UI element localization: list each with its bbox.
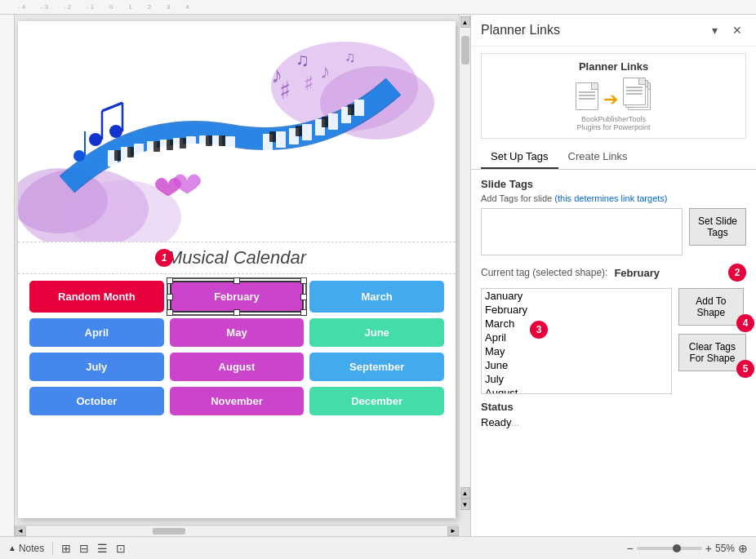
- banner-title: Planner Links: [579, 60, 648, 73]
- slide-view-icon[interactable]: ⊞: [61, 542, 71, 555]
- add-to-shape-wrapper: Add ToShape 4: [678, 288, 746, 326]
- svg-text:♯: ♯: [304, 71, 314, 95]
- svg-rect-21: [219, 135, 225, 146]
- svg-line-38: [102, 103, 122, 111]
- slide-grid-icon[interactable]: ⊟: [79, 542, 89, 555]
- svg-point-34: [89, 133, 102, 146]
- svg-rect-27: [328, 113, 338, 130]
- svg-rect-15: [114, 150, 121, 161]
- panel-tabs: Set Up Tags Create Links: [471, 145, 756, 170]
- scroll-left-arrow[interactable]: ◄: [15, 526, 26, 536]
- zoom-plus-button[interactable]: +: [705, 542, 712, 555]
- svg-rect-18: [167, 140, 173, 150]
- month-july[interactable]: July: [29, 353, 164, 381]
- svg-rect-23: [276, 131, 286, 148]
- step-badge-2: 2: [728, 264, 746, 282]
- music-illustration: ♪ ♫ ♪ ♫ ♯ ♯: [18, 21, 456, 242]
- month-december[interactable]: December: [309, 387, 444, 415]
- scroll-arrow-mid1[interactable]: ▲: [460, 487, 470, 499]
- notes-label: Notes: [19, 543, 44, 554]
- tag-august[interactable]: August: [482, 386, 671, 394]
- status-label: Status: [481, 401, 746, 413]
- slide-tags-input[interactable]: [481, 208, 683, 255]
- svg-point-36: [109, 125, 122, 138]
- month-february[interactable]: February: [170, 281, 305, 313]
- svg-rect-25: [302, 124, 312, 140]
- tag-april[interactable]: April: [482, 331, 671, 344]
- slide-tags-row: Set SlideTags: [481, 208, 746, 255]
- svg-rect-32: [322, 117, 328, 127]
- tag-february[interactable]: February: [482, 303, 671, 317]
- month-may[interactable]: May: [170, 318, 305, 347]
- svg-rect-19: [180, 138, 186, 149]
- scroll-up-arrow[interactable]: ▲: [460, 16, 470, 28]
- month-october[interactable]: October: [29, 387, 164, 415]
- month-june[interactable]: June: [309, 318, 444, 347]
- doc-icon-1: [576, 82, 598, 110]
- zoom-slider-thumb[interactable]: [673, 544, 681, 552]
- svg-rect-30: [269, 131, 276, 142]
- month-september[interactable]: September: [309, 353, 444, 381]
- month-random[interactable]: Random Month: [29, 281, 164, 313]
- tag-july[interactable]: July: [482, 372, 671, 386]
- panel-title: Planner Links: [481, 23, 560, 38]
- svg-text:♫: ♫: [345, 49, 356, 65]
- step-badge-3: 3: [530, 321, 548, 339]
- slide-list-icon[interactable]: ☰: [97, 542, 108, 555]
- scroll-bar-horizontal[interactable]: ◄ ►: [15, 525, 459, 536]
- add-to-shape-button[interactable]: Add ToShape: [678, 288, 744, 326]
- tags-listbox[interactable]: January February March April May June Ju…: [481, 288, 672, 394]
- zoom-minus-button[interactable]: −: [627, 542, 634, 555]
- zoom-controls: − + 55% ⊕: [627, 542, 748, 555]
- svg-rect-17: [153, 141, 160, 152]
- scroll-down-arrow[interactable]: ▼: [460, 499, 470, 510]
- slide-tags-desc: Add Tags for slide (this determines link…: [481, 193, 746, 203]
- current-tag-label: Current tag (selected shape):: [481, 267, 607, 278]
- month-march[interactable]: March: [309, 281, 444, 313]
- set-slide-tags-button[interactable]: Set SlideTags: [689, 208, 746, 246]
- ruler-horizontal: -4 -3 -2 -1 0 1 2 3 4: [0, 0, 756, 15]
- tag-january[interactable]: January: [482, 289, 671, 303]
- month-november[interactable]: November: [170, 387, 305, 415]
- svg-text:♯: ♯: [279, 77, 291, 104]
- panel-minimize-button[interactable]: ▾: [705, 21, 723, 39]
- calendar-grid: Random Month February March April May: [18, 274, 456, 422]
- slide-tags-label: Slide Tags: [481, 178, 746, 190]
- ruler-vertical: [0, 15, 15, 536]
- step-badge-1: 1: [155, 249, 173, 267]
- svg-point-39: [73, 150, 85, 162]
- month-april[interactable]: April: [29, 318, 164, 347]
- current-tag-value: February: [614, 267, 660, 279]
- tags-actions: Add ToShape 4 Clear TagsFor Shape 5: [678, 288, 746, 371]
- scroll-thumb-h[interactable]: [153, 528, 185, 535]
- svg-rect-14: [225, 136, 235, 153]
- arrow-icon: ➔: [603, 89, 618, 110]
- panel-close-button[interactable]: ✕: [728, 21, 746, 39]
- svg-rect-20: [206, 135, 212, 146]
- status-section: Status Ready...: [481, 401, 746, 428]
- tab-setup-tags[interactable]: Set Up Tags: [481, 145, 558, 169]
- month-august[interactable]: August: [170, 353, 305, 381]
- svg-rect-29: [354, 100, 364, 116]
- fit-page-icon[interactable]: ⊕: [738, 542, 748, 555]
- tab-create-links[interactable]: Create Links: [558, 145, 638, 169]
- svg-rect-31: [296, 126, 302, 136]
- scroll-thumb-v[interactable]: [461, 36, 469, 64]
- presenter-icon[interactable]: ⊡: [116, 542, 126, 555]
- divider-1: [52, 542, 53, 555]
- banner-subtitle: BookPublisherToolsPlugins for Powerpoint: [576, 115, 650, 131]
- slide-title: Musical Calendar 1: [18, 242, 456, 274]
- notes-button[interactable]: ▲ Notes: [8, 543, 44, 554]
- zoom-slider-track[interactable]: [637, 547, 702, 550]
- svg-rect-11: [186, 136, 196, 153]
- tag-march[interactable]: March: [482, 317, 671, 331]
- tag-may[interactable]: May: [482, 344, 671, 358]
- scroll-bar-vertical[interactable]: ▲ ▲ ▼: [459, 15, 470, 510]
- panel-header: Planner Links ▾ ✕: [471, 15, 756, 47]
- svg-rect-33: [348, 104, 354, 115]
- banner-icons: ➔: [576, 78, 652, 110]
- step-badge-5: 5: [736, 360, 754, 378]
- tag-june[interactable]: June: [482, 358, 671, 372]
- scroll-right-arrow[interactable]: ►: [447, 526, 459, 536]
- tags-list-row: January February March April May June Ju…: [481, 288, 746, 394]
